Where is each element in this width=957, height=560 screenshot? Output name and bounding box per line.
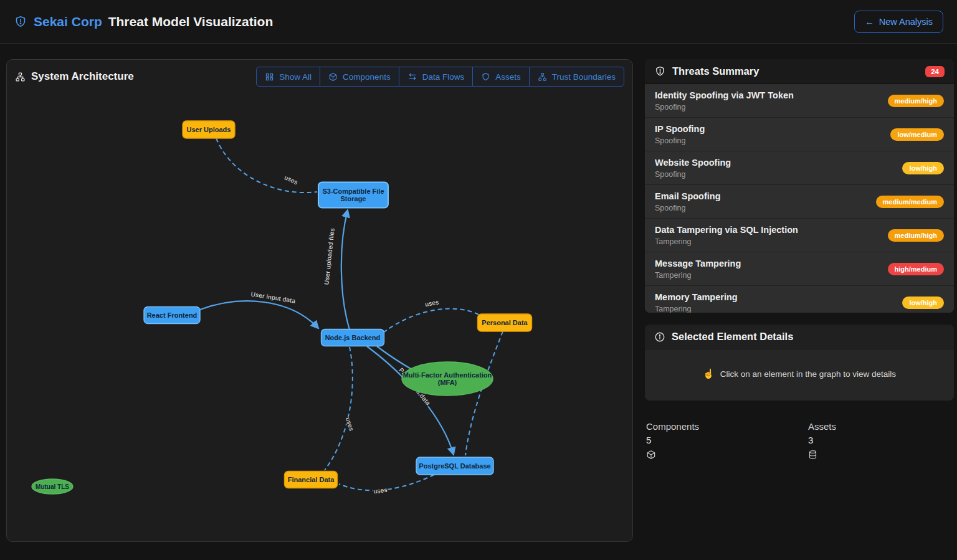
info-icon [654, 331, 665, 343]
node-nodejs-backend[interactable]: Node.js Backend [321, 330, 384, 346]
threat-name: Memory Tampering [655, 292, 738, 302]
threat-info: IP SpoofingSpoofing [655, 124, 705, 145]
components-stat-label: Components [646, 421, 808, 432]
threats-summary-panel: Threats Summary 24 Identity Spoofing via… [645, 59, 954, 313]
edge-label-postgres-to-financial-data: uses [373, 486, 388, 495]
edge-backend-to-financial-data[interactable] [325, 347, 353, 470]
edge-user-uploads-to-s3[interactable] [216, 138, 317, 192]
filter-button-trust-boundaries[interactable]: Trust Boundaries [529, 67, 624, 87]
graph-filter-group: Show AllComponentsData FlowsAssetsTrust … [257, 67, 624, 87]
edge-backend-to-s3[interactable] [341, 210, 350, 330]
filter-button-assets[interactable]: Assets [472, 67, 530, 87]
severity-badge: high/medium [888, 263, 944, 275]
edge-react-to-backend[interactable] [200, 301, 318, 328]
threat-row[interactable]: Identity Spoofing via JWT TokenSpoofingm… [645, 84, 954, 118]
threat-category: Spoofing [655, 170, 731, 179]
threat-row[interactable]: Email SpoofingSpoofingmedium/medium [645, 185, 954, 219]
threat-category: Tampering [655, 271, 741, 280]
filter-button-components[interactable]: Components [320, 67, 399, 87]
components-stat-value: 5 [646, 435, 808, 445]
threat-category: Spoofing [655, 136, 705, 145]
shield-icon [14, 15, 27, 29]
threat-row[interactable]: IP SpoofingSpoofinglow/medium [645, 118, 954, 151]
node-label-react-frontend: React Frontend [147, 311, 198, 319]
node-postgresql-database[interactable]: PostgreSQL Database [416, 457, 493, 475]
details-placeholder-text: Click on an element in the graph to view… [720, 369, 896, 379]
threat-name: Identity Spoofing via JWT Token [655, 90, 794, 100]
filter-label: Data Flows [422, 72, 465, 82]
threat-name: IP Spoofing [655, 124, 705, 134]
threat-count-badge: 24 [925, 66, 945, 77]
filter-label: Show All [279, 72, 312, 82]
right-sidebar: Threats Summary 24 Identity Spoofing via… [645, 59, 954, 542]
threat-row[interactable]: Message TamperingTamperinghigh/medium [645, 252, 954, 286]
edge-label-react-to-backend: User input data [250, 290, 296, 304]
database-icon [808, 450, 953, 463]
threat-name: Email Spoofing [655, 191, 721, 201]
severity-badge: low/medium [890, 128, 944, 141]
page-title: Threat Model Visualization [108, 14, 274, 29]
brand-name: Sekai Corp [34, 14, 102, 29]
node-mfa[interactable]: Multi-Factor Authentication(MFA) [402, 362, 493, 396]
threat-info: Email SpoofingSpoofing [655, 191, 721, 212]
threat-name: Message Tampering [655, 259, 741, 268]
node-label-postgresql-database: PostgreSQL Database [419, 462, 490, 470]
threat-row[interactable]: Memory TamperingTamperinglow/high [645, 286, 954, 313]
new-analysis-button[interactable]: ← New Analysis [854, 11, 943, 33]
severity-badge: low/high [902, 297, 944, 309]
severity-badge: low/high [902, 162, 944, 174]
threat-name: Website Spoofing [655, 158, 731, 168]
cube-icon [646, 450, 808, 462]
node-label-financial-data: Financial Data [288, 476, 335, 483]
selected-element-details-title: Selected Element Details [672, 331, 793, 343]
node-label-personal-data: Personal Data [482, 319, 528, 326]
node-label-mutual-tls: Mutual TLS [36, 483, 69, 490]
threat-row[interactable]: Website SpoofingSpoofinglow/high [645, 151, 954, 185]
threats-summary-header: Threats Summary 24 [645, 59, 954, 84]
node-financial-data[interactable]: Financial Data [285, 472, 338, 488]
main-content: System Architecture Show AllComponentsDa… [0, 44, 957, 542]
shield-alert-icon [654, 65, 666, 77]
filter-button-show-all[interactable]: Show All [256, 67, 320, 87]
node-mutual-tls[interactable]: Mutual TLS [32, 479, 73, 494]
components-stat: Components 5 [646, 421, 808, 463]
new-analysis-label: New Analysis [879, 17, 933, 27]
threat-row[interactable]: Data Tampering via SQL InjectionTamperin… [645, 219, 954, 252]
node-s3-storage[interactable]: S3-Compatible FileStorage [318, 183, 388, 208]
severity-badge: medium/high [888, 229, 944, 242]
assets-stat-value: 3 [808, 435, 953, 445]
filter-label: Assets [495, 72, 521, 82]
edge-backend-to-personal-data[interactable] [383, 309, 478, 333]
node-personal-data[interactable]: Personal Data [478, 314, 532, 331]
assets-stat-label: Assets [808, 421, 953, 432]
arrow-left-icon: ← [865, 17, 874, 27]
details-placeholder: ☝ Click on an element in the graph to vi… [645, 349, 954, 401]
threat-info: Website SpoofingSpoofing [655, 158, 731, 179]
threat-info: Memory TamperingTampering [655, 292, 738, 313]
edge-label-backend-to-s3: User uploaded files [323, 228, 335, 285]
system-architecture-title: System Architecture [15, 70, 134, 83]
threats-summary-title: Threats Summary [672, 65, 759, 77]
architecture-graph[interactable]: usesUser input dataUser uploaded filesus… [7, 60, 632, 541]
graph-stats: Components 5 Assets 3 [645, 412, 954, 463]
app-brand: Sekai Corp Threat Model Visualization [14, 14, 273, 29]
threat-category: Tampering [655, 237, 798, 246]
node-label-nodejs-backend: Node.js Backend [325, 334, 381, 341]
node-react-frontend[interactable]: React Frontend [144, 307, 200, 324]
threat-category: Spoofing [655, 103, 794, 112]
threat-info: Identity Spoofing via JWT TokenSpoofing [655, 90, 794, 112]
threat-category: Tampering [655, 305, 738, 313]
system-architecture-header: System Architecture Show AllComponentsDa… [7, 60, 632, 87]
filter-button-data-flows[interactable]: Data Flows [399, 67, 474, 87]
threat-info: Data Tampering via SQL InjectionTamperin… [655, 225, 798, 246]
threat-list[interactable]: Identity Spoofing via JWT TokenSpoofingm… [645, 84, 954, 313]
threat-info: Message TamperingTampering [655, 259, 741, 280]
selected-element-details-header: Selected Element Details [645, 325, 954, 349]
edge-label-backend-to-personal-data: uses [424, 298, 439, 308]
selected-element-details-panel: Selected Element Details ☝ Click on an e… [645, 325, 954, 401]
filter-label: Components [343, 72, 391, 82]
node-user-uploads[interactable]: User Uploads [183, 121, 235, 138]
filter-label: Trust Boundaries [552, 72, 616, 82]
threat-name: Data Tampering via SQL Injection [655, 225, 798, 235]
app-header: Sekai Corp Threat Model Visualization ← … [0, 0, 957, 44]
